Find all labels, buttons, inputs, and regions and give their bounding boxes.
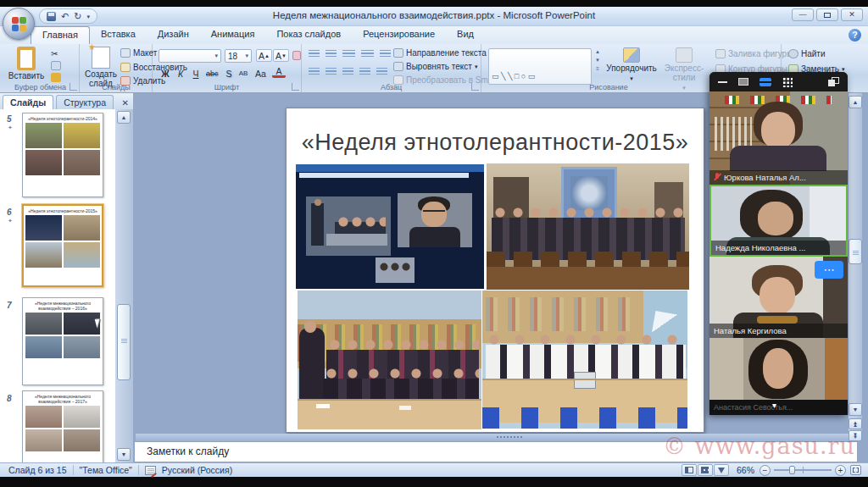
- change-case-button[interactable]: Аа: [253, 67, 268, 80]
- line-spacing-button[interactable]: [380, 50, 391, 58]
- panel-minimize-icon[interactable]: [718, 81, 727, 83]
- shapes-gallery[interactable]: ▭ ╲ ╲ □ ○ ▭ △ ∟ ⌐ → ↓ ∩ S ~ ∧ { } ☆: [488, 48, 592, 85]
- help-button[interactable]: ?: [849, 29, 861, 42]
- justify-button[interactable]: [359, 68, 370, 76]
- character-spacing-button[interactable]: АВ: [236, 67, 250, 80]
- slide-thumbnail-6-selected[interactable]: «Неделя этнотолерантности-2015»: [22, 204, 103, 287]
- bullets-button[interactable]: [309, 50, 320, 58]
- slide-thumbnail-8[interactable]: «Неделя межнационального взаимодействия …: [22, 390, 103, 462]
- notes-splitter[interactable]: [136, 434, 858, 441]
- next-slide-button[interactable]: ▼▼: [849, 430, 862, 441]
- tab-view[interactable]: Вид: [446, 26, 485, 44]
- increase-indent-button[interactable]: [361, 50, 374, 58]
- collapse-panel-icon[interactable]: ▾: [772, 401, 776, 410]
- font-dialog-launcher[interactable]: [292, 83, 299, 91]
- tab-design[interactable]: Дизайн: [147, 26, 200, 44]
- scroll-thumb[interactable]: [849, 239, 862, 264]
- thumbnail-number: 5: [7, 114, 12, 124]
- zoom-in-button[interactable]: +: [835, 465, 846, 476]
- find-button[interactable]: Найти: [788, 49, 826, 58]
- bold-button[interactable]: Ж: [159, 67, 172, 80]
- italic-button[interactable]: К: [174, 67, 187, 80]
- video-tile-participant-2-active[interactable]: Надежда Николаевна ...: [709, 185, 848, 257]
- gallery-view-icon[interactable]: [782, 77, 793, 87]
- slide-photo-group-museum[interactable]: [487, 163, 689, 290]
- normal-view-button[interactable]: [682, 464, 697, 476]
- participant-name: Надежда Николаевна ...: [715, 243, 805, 252]
- previous-slide-button[interactable]: ▲▲: [849, 418, 862, 429]
- slides-panel-scrollbar[interactable]: ▲ ▼: [115, 109, 133, 462]
- font-size-combo[interactable]: 18▾: [225, 49, 252, 63]
- tab-home[interactable]: Главная: [31, 26, 90, 44]
- underline-button[interactable]: Ч: [189, 67, 203, 80]
- clipboard-dialog-launcher[interactable]: [70, 83, 77, 91]
- tab-animation[interactable]: Анимация: [200, 26, 266, 44]
- paste-button[interactable]: Вставить: [8, 47, 44, 80]
- slide-title[interactable]: «Неделя этнотолерантности-2015»: [287, 130, 704, 156]
- video-tile-participant-1[interactable]: Юркова Наталья Ал...: [709, 91, 848, 185]
- panel-scroll-up-icon[interactable]: ▲: [117, 111, 131, 124]
- tab-slides-thumbnails[interactable]: Слайды: [3, 95, 53, 109]
- spellcheck-icon[interactable]: [145, 466, 156, 475]
- tab-slideshow[interactable]: Показ слайдов: [265, 26, 352, 44]
- font-name-combo[interactable]: ▾: [159, 49, 221, 63]
- restore-button[interactable]: [816, 8, 838, 21]
- slide-thumbnail-5[interactable]: «Неделя этнотолерантности-2014»: [22, 113, 103, 197]
- text-direction-button[interactable]: Направление текста▾: [393, 48, 492, 58]
- numbering-button[interactable]: [326, 50, 337, 58]
- participant-more-options-button[interactable]: ⋯: [815, 261, 843, 279]
- tab-review[interactable]: Рецензирование: [352, 26, 446, 44]
- slide-canvas[interactable]: «Неделя этнотолерантности-2015»: [286, 108, 704, 433]
- slideshow-view-button[interactable]: [714, 464, 729, 476]
- shrink-font-button[interactable]: А▼: [273, 49, 289, 62]
- zoom-slider-thumb[interactable]: [789, 466, 795, 474]
- speaker-view-icon[interactable]: [760, 78, 771, 86]
- fit-to-window-button[interactable]: [850, 465, 861, 475]
- font-color-button[interactable]: А: [272, 67, 286, 78]
- align-left-button[interactable]: [309, 68, 320, 76]
- office-button[interactable]: [3, 8, 35, 40]
- transition-icon[interactable]: ✦: [8, 125, 13, 131]
- scroll-up-icon[interactable]: ▲: [849, 96, 862, 108]
- format-painter-button[interactable]: [51, 73, 61, 82]
- video-tile-participant-3[interactable]: ⋯ Наталья Кергилова: [709, 257, 848, 338]
- tab-insert[interactable]: Вставка: [90, 26, 147, 44]
- columns-button[interactable]: [376, 68, 387, 76]
- scroll-down-icon[interactable]: ▼: [849, 403, 862, 416]
- copy-button[interactable]: [51, 61, 61, 70]
- slide-photo-classroom-1[interactable]: [298, 291, 481, 429]
- grow-font-button[interactable]: А▲: [256, 49, 272, 62]
- tab-outline[interactable]: Структура: [56, 95, 114, 109]
- slide-sorter-view-button[interactable]: [698, 464, 713, 476]
- align-center-button[interactable]: [326, 68, 337, 76]
- main-scrollbar[interactable]: ▲ ▼ ▲▲ ▼▼: [849, 93, 862, 440]
- notes-pane[interactable]: Заметки к слайду: [134, 441, 858, 462]
- new-slide-button[interactable]: Создать слайд: [82, 47, 120, 88]
- video-tile-participant-4[interactable]: Анастасия Севостья... ▾: [709, 338, 848, 415]
- shapes-scroll[interactable]: ▲▼≡: [595, 49, 600, 71]
- arrange-button[interactable]: Упорядочить▾: [607, 47, 656, 83]
- mini-view-icon[interactable]: [738, 78, 748, 86]
- cut-button[interactable]: ✂: [51, 49, 58, 58]
- align-right-button[interactable]: [342, 68, 353, 76]
- text-shadow-button[interactable]: S: [222, 67, 236, 80]
- zoom-slider[interactable]: [774, 469, 832, 471]
- paragraph-dialog-launcher[interactable]: [471, 83, 479, 91]
- strikethrough-button[interactable]: abc: [204, 67, 220, 80]
- popout-icon[interactable]: [828, 77, 839, 86]
- language-indicator[interactable]: Русский (Россия): [162, 465, 232, 475]
- panel-scroll-thumb[interactable]: [117, 304, 131, 380]
- text-direction-icon: [393, 48, 403, 58]
- zoom-out-button[interactable]: −: [760, 465, 771, 476]
- align-text-button[interactable]: Выровнять текст▾: [393, 62, 477, 71]
- panel-scroll-down-icon[interactable]: ▼: [117, 448, 131, 461]
- minimize-button[interactable]: —: [792, 8, 814, 21]
- slide-photo-videoconference[interactable]: [296, 164, 484, 289]
- close-button[interactable]: ✕: [841, 8, 863, 21]
- transition-icon[interactable]: ✦: [8, 218, 13, 224]
- quick-styles-button[interactable]: Экспресс-стили▾: [658, 47, 710, 92]
- slide-photo-classroom-2[interactable]: [482, 291, 687, 429]
- slide-thumbnail-7[interactable]: «Неделя межнационального взаимодействия …: [22, 297, 103, 385]
- decrease-indent-button[interactable]: [342, 50, 355, 58]
- slides-panel-close-icon[interactable]: ✕: [122, 98, 129, 109]
